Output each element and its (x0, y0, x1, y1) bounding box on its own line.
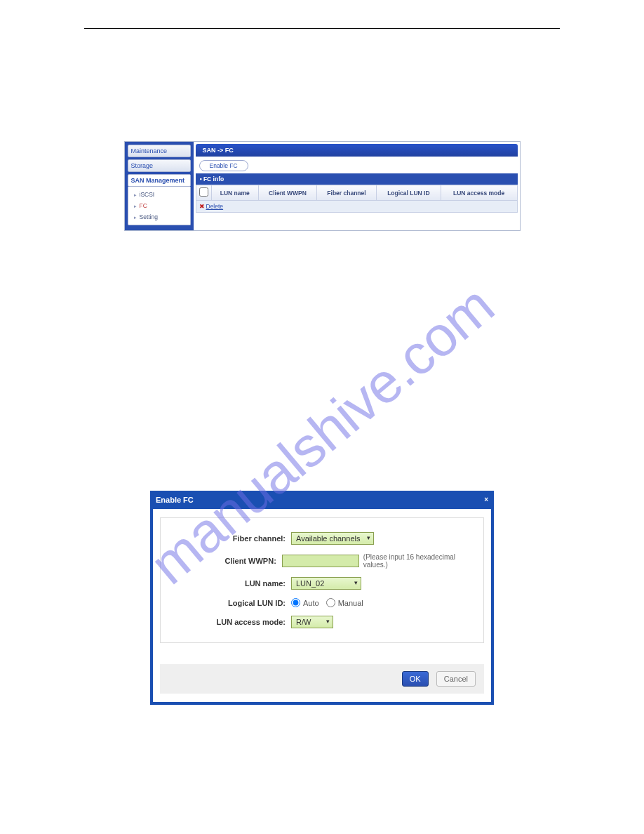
row-access-mode: LUN access mode: R/W (172, 611, 472, 633)
col-lun-name: LUN name (211, 185, 258, 201)
label-logical-lun-id: Logical LUN ID: (172, 599, 291, 607)
sidebar-item-iscsi[interactable]: iSCSI (128, 189, 190, 200)
label-access-mode: LUN access mode: (172, 618, 291, 626)
dialog-footer: OK Cancel (160, 664, 484, 694)
row-lun-name: LUN name: LUN_02 (172, 573, 472, 594)
fc-info-header: ▪ FC info (196, 173, 518, 185)
button-row: Enable FC (194, 157, 520, 173)
sidebar-sec-san-management[interactable]: SAN Management (128, 174, 191, 187)
table-footer: ✖Delete (196, 201, 517, 213)
row-client-wwpn: Client WWPN: (Please input 16 hexadecima… (172, 549, 472, 573)
access-mode-dropdown[interactable]: R/W (291, 616, 333, 628)
select-all-column (196, 185, 211, 201)
dialog-title: Enable FC (156, 496, 194, 504)
breadcrumb: SAN -> FC (196, 144, 518, 157)
collapse-icon[interactable]: ▪ (200, 176, 202, 183)
delete-link[interactable]: Delete (206, 203, 224, 210)
dialog-title-bar: Enable FC × (153, 494, 491, 509)
client-wwpn-hint: (Please input 16 hexadecimal values.) (363, 553, 472, 569)
san-fc-screenshot: Maintenance Storage SAN Management iSCSI… (124, 141, 521, 231)
delete-icon: ✖ (199, 203, 205, 210)
col-fiber-channel: Fiber channel (317, 185, 377, 201)
col-access-mode: LUN access mode (441, 185, 517, 201)
sidebar: Maintenance Storage SAN Management iSCSI… (125, 142, 194, 230)
dialog-body: Fiber channel: Available channels Client… (153, 509, 491, 702)
sidebar-sec-maintenance[interactable]: Maintenance (128, 145, 191, 157)
label-client-wwpn: Client WWPN: (172, 557, 282, 565)
client-wwpn-input[interactable] (282, 555, 359, 567)
row-fiber-channel: Fiber channel: Available channels (172, 528, 472, 549)
sidebar-item-fc[interactable]: FC (128, 200, 190, 211)
row-logical-lun-id: Logical LUN ID: Auto Manual (172, 594, 472, 611)
lun-name-dropdown[interactable]: LUN_02 (291, 577, 361, 590)
close-icon[interactable]: × (484, 496, 488, 503)
fc-table: LUN name Client WWPN Fiber channel Logic… (196, 185, 518, 213)
sidebar-items: iSCSI FC Setting (128, 187, 191, 225)
radio-manual-label: Manual (338, 599, 363, 607)
sidebar-item-setting[interactable]: Setting (128, 211, 190, 223)
cancel-button[interactable]: Cancel (436, 671, 476, 687)
radio-auto-label: Auto (303, 599, 319, 607)
ok-button[interactable]: OK (402, 671, 429, 687)
dialog-inner: Fiber channel: Available channels Client… (160, 517, 484, 643)
fc-info-label: FC info (203, 176, 224, 183)
radio-auto[interactable] (291, 598, 300, 607)
label-fiber-channel: Fiber channel: (172, 534, 291, 543)
select-all-checkbox[interactable] (199, 187, 208, 197)
main-panel: SAN -> FC Enable FC ▪ FC info LUN name C… (194, 142, 520, 230)
col-client-wwpn: Client WWPN (258, 185, 316, 201)
col-logical-lun-id: Logical LUN ID (376, 185, 441, 201)
label-lun-name: LUN name: (172, 579, 291, 588)
enable-fc-dialog: Enable FC × Fiber channel: Available cha… (150, 491, 494, 705)
radio-manual[interactable] (326, 598, 335, 607)
sidebar-sec-storage[interactable]: Storage (128, 159, 191, 172)
fiber-channel-dropdown[interactable]: Available channels (291, 532, 374, 545)
enable-fc-button[interactable]: Enable FC (199, 160, 248, 171)
divider (84, 28, 560, 29)
